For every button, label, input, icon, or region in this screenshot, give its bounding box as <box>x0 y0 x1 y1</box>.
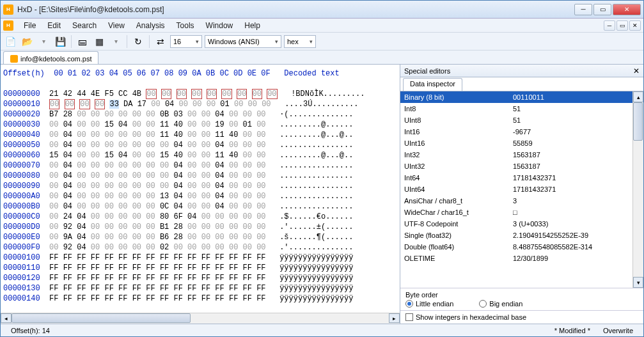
scroll-left-icon[interactable]: ◂ <box>1 313 12 323</box>
inspector-key: Int16 <box>404 128 513 136</box>
inspector-row[interactable]: WideChar / char16_t□ <box>400 207 632 218</box>
inspector-row[interactable]: AnsiChar / char8_t3 <box>400 195 632 207</box>
menu-analysis[interactable]: Analysis <box>131 20 170 31</box>
inspector-row[interactable]: UInt321563187 <box>400 161 632 172</box>
inspector-key: Int8 <box>404 105 513 113</box>
inspector-key: Double (float64) <box>404 243 513 251</box>
status-modified: * Modified * <box>548 327 597 334</box>
menubar: H File Edit Search View Analysis Tools W… <box>1 19 643 33</box>
inspector-row[interactable]: Single (float32)2.19049154255252E-39 <box>400 230 632 241</box>
inspector-value: 51 <box>513 105 521 113</box>
tab-label: info@kdetools.com.pst <box>20 55 91 63</box>
maximize-button[interactable]: ▭ <box>593 4 611 15</box>
base-combo[interactable]: hex <box>284 35 316 48</box>
tab-data-inspector[interactable]: Data inspector <box>403 78 462 91</box>
mdi-restore-button[interactable]: ▭ <box>617 20 628 31</box>
inspector-value: 1563187 <box>513 151 540 159</box>
side-tabstrip: Data inspector <box>400 77 643 91</box>
editor-tab[interactable]: info@kdetools.com.pst <box>3 51 98 64</box>
inspector-row[interactable]: UInt851 <box>400 114 632 126</box>
refresh-icon[interactable]: ↻ <box>131 35 145 49</box>
editor-tabstrip: info@kdetools.com.pst <box>1 51 643 65</box>
inspector-row[interactable]: Binary (8 bit)00110011 <box>400 91 632 103</box>
side-pane-title: Special editors <box>404 67 450 75</box>
window-title: HxD - [E:\Sites\File\info@kdetools.com.p… <box>17 5 574 14</box>
inspector-key: Int32 <box>404 151 513 159</box>
minimize-button[interactable]: ─ <box>574 4 592 15</box>
mdi-close-button[interactable]: ✕ <box>629 20 641 31</box>
save-icon[interactable]: 💾 <box>53 35 67 49</box>
menu-tools[interactable]: Tools <box>171 20 200 31</box>
menu-help[interactable]: Help <box>239 20 265 31</box>
app-icon: H <box>3 4 13 15</box>
inspector-value: 8.48875548085582E-314 <box>513 243 592 251</box>
byte-order-label: Byte order <box>405 291 638 299</box>
disk-icon[interactable]: 🖴 <box>75 35 90 49</box>
separator <box>149 35 150 48</box>
inspector-row[interactable]: UInt6417181432371 <box>400 184 632 195</box>
columns-value: 16 <box>173 38 181 45</box>
inspector-row[interactable]: Int6417181432371 <box>400 172 632 184</box>
app-window: H HxD - [E:\Sites\File\info@kdetools.com… <box>0 0 644 337</box>
inspector-value: 00110011 <box>513 93 544 101</box>
inspector-value: 3 <box>513 197 517 205</box>
inspector-row[interactable]: UInt1655859 <box>400 137 632 149</box>
open-file-icon[interactable]: 📂 <box>20 35 34 49</box>
inspector-key: Int64 <box>404 174 513 182</box>
inspector-list[interactable]: Binary (8 bit)00110011Int851UInt851Int16… <box>400 91 632 288</box>
inspector-key: UInt32 <box>404 162 513 170</box>
inspector-key: UInt8 <box>404 116 513 124</box>
radio-icon <box>479 300 487 308</box>
scroll-up-icon[interactable]: ▴ <box>633 91 643 102</box>
separator <box>127 35 127 48</box>
inspector-key: OLETIME <box>404 255 513 262</box>
menu-edit[interactable]: Edit <box>42 20 66 31</box>
inspector-key: Single (float32) <box>404 231 513 239</box>
base-value: hex <box>287 38 299 45</box>
inspector-row[interactable]: Int851 <box>400 103 632 114</box>
encoding-combo[interactable]: Windows (ANSI) <box>205 35 281 48</box>
arrows-icon[interactable]: ⇄ <box>153 35 168 49</box>
close-pane-icon[interactable]: ✕ <box>633 67 640 75</box>
content-area: Offset(h) 00 01 02 03 04 05 06 07 08 09 … <box>1 65 643 324</box>
hex-view[interactable]: Offset(h) 00 01 02 03 04 05 06 07 08 09 … <box>1 65 400 313</box>
titlebar[interactable]: H HxD - [E:\Sites\File\info@kdetools.com… <box>1 1 643 19</box>
show-hex-checkbox[interactable]: Show integers in hexadecimal base <box>400 310 643 324</box>
encoding-value: Windows (ANSI) <box>208 38 260 45</box>
inspector-row[interactable]: OLETIME12/30/1899 <box>400 253 632 264</box>
scroll-right-icon[interactable]: ▸ <box>389 313 400 323</box>
horizontal-scrollbar[interactable]: ◂ ▸ <box>1 313 400 324</box>
menu-view[interactable]: View <box>103 20 130 31</box>
hex-pane: Offset(h) 00 01 02 03 04 05 06 07 08 09 … <box>1 65 400 324</box>
scroll-thumb[interactable] <box>12 313 191 323</box>
inspector-key: UInt64 <box>404 185 513 193</box>
toolbar: 📄 📂 ▾ 💾 🖴 ▦ ▾ ↻ ⇄ 16 Windows (ANSI) hex <box>1 33 643 51</box>
vertical-scrollbar[interactable]: ▴ ▾ <box>632 91 643 288</box>
columns-combo[interactable]: 16 <box>170 35 202 48</box>
mdi-minimize-button[interactable]: ─ <box>604 20 615 31</box>
statusbar: Offset(h): 14 * Modified * Overwrite <box>1 324 643 336</box>
scroll-down-icon[interactable]: ▾ <box>633 277 643 288</box>
close-button[interactable]: ✕ <box>613 4 641 15</box>
inspector-row[interactable]: Int321563187 <box>400 149 632 161</box>
separator <box>71 35 72 48</box>
checkbox-icon <box>405 313 413 321</box>
side-pane: Special editors ✕ Data inspector Binary … <box>400 65 643 324</box>
menu-search[interactable]: Search <box>67 20 102 31</box>
inspector-value: 17181432371 <box>513 185 556 193</box>
radio-little-endian[interactable]: Little endian <box>405 300 453 308</box>
menu-window[interactable]: Window <box>201 20 239 31</box>
inspector-row[interactable]: Double (float64)8.48875548085582E-314 <box>400 241 632 253</box>
radio-big-endian[interactable]: Big endian <box>479 300 522 308</box>
inspector-value: 12/30/1899 <box>513 255 548 262</box>
scroll-thumb[interactable] <box>633 102 643 141</box>
file-icon <box>10 55 18 63</box>
menu-file[interactable]: File <box>19 20 41 31</box>
new-file-icon[interactable]: 📄 <box>3 35 17 49</box>
inspector-key: AnsiChar / char8_t <box>404 197 513 205</box>
inspector-key: UTF-8 Codepoint <box>404 220 513 228</box>
inspector-row[interactable]: Int16-9677 <box>400 126 632 137</box>
ram-icon[interactable]: ▦ <box>92 35 106 49</box>
inspector-value: 3 (U+0033) <box>513 220 548 228</box>
inspector-row[interactable]: UTF-8 Codepoint3 (U+0033) <box>400 218 632 230</box>
